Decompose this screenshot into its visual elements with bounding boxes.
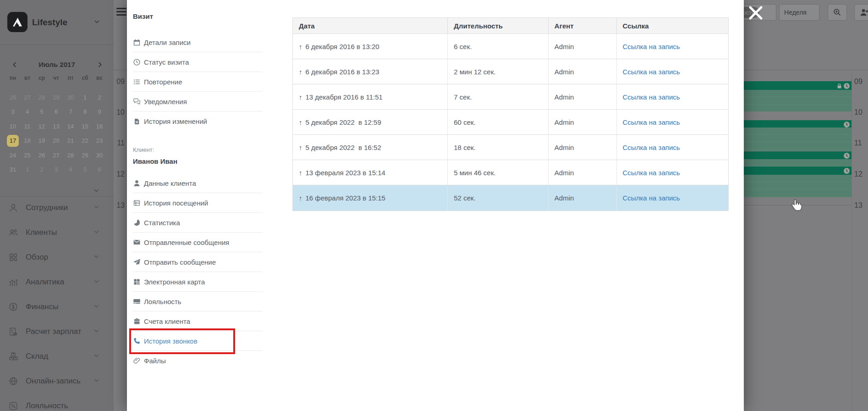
calendar-icon xyxy=(133,39,141,46)
nav-item-list[interactable]: Повторение xyxy=(133,72,263,92)
calendar-day[interactable]: 31 xyxy=(7,164,19,176)
calendar-day[interactable]: 5 xyxy=(79,164,91,176)
nav-item-card[interactable]: Лояльность xyxy=(133,292,263,311)
sidebar-item-finance[interactable]: Финансы xyxy=(0,299,114,315)
sidebar-item-users[interactable]: Клиенты xyxy=(0,224,114,241)
divider xyxy=(0,196,114,197)
call-record-link[interactable]: Ссылка на запись xyxy=(623,118,680,126)
app-logo[interactable] xyxy=(7,12,27,32)
next-month-button[interactable] xyxy=(95,60,104,69)
calendar-day[interactable]: 25 xyxy=(22,150,33,161)
calendar-day[interactable]: 2 xyxy=(36,164,48,176)
calendar-day[interactable]: 1 xyxy=(22,164,33,176)
warehouse-icon xyxy=(8,351,18,361)
nav-item-user-solid[interactable]: Данные клиента xyxy=(133,173,263,193)
calendar-day[interactable]: 7 xyxy=(65,106,77,118)
call-agent-cell: Admin xyxy=(548,160,616,185)
zoom-button[interactable] xyxy=(828,4,847,21)
nav-item-qrcode[interactable]: Электронная карта xyxy=(133,272,263,292)
call-record-link[interactable]: Ссылка на запись xyxy=(623,144,680,151)
calendar-day[interactable]: 13 xyxy=(50,121,62,133)
chevron-down-icon[interactable] xyxy=(94,18,100,27)
calendar-day[interactable]: 29 xyxy=(50,92,62,104)
week-view-button[interactable]: Неделя xyxy=(779,4,819,21)
calendar-day[interactable]: 6 xyxy=(50,106,62,118)
sidebar-item-percent[interactable]: Лояльность xyxy=(0,398,114,411)
calendar-day[interactable]: 18 xyxy=(22,135,33,147)
call-duration-cell: 6 сек. xyxy=(447,34,548,59)
calendar-day[interactable]: 3 xyxy=(50,164,62,176)
call-record-link[interactable]: Ссылка на запись xyxy=(623,194,680,202)
divider xyxy=(0,44,114,45)
calendar-day[interactable]: 11 xyxy=(22,121,33,133)
calendar-day-selected[interactable]: 17 xyxy=(7,135,19,147)
user-icon xyxy=(8,203,18,213)
calendar-day[interactable]: 28 xyxy=(36,92,48,104)
nav-item-table[interactable]: История посещений xyxy=(133,193,263,213)
calendar-day[interactable]: 27 xyxy=(22,92,33,104)
calendar-day[interactable]: 5 xyxy=(36,106,48,118)
calendar-day[interactable]: 4 xyxy=(22,106,33,118)
calendar-day[interactable]: 14 xyxy=(65,121,77,133)
time-label: 09 xyxy=(854,78,868,86)
add-client-button[interactable] xyxy=(854,4,868,21)
brand-name: Lifestyle xyxy=(32,17,67,28)
call-record-link[interactable]: Ссылка на запись xyxy=(623,43,680,50)
calendar-day[interactable]: 29 xyxy=(79,150,91,161)
calendar-day[interactable]: 9 xyxy=(93,106,105,118)
calendar-day[interactable]: 23 xyxy=(93,135,105,147)
hamburger-menu-icon[interactable] xyxy=(116,8,126,16)
calendar-day[interactable]: 27 xyxy=(50,150,62,161)
call-date-cell: ↑13 декабря 2016 в 11:51 xyxy=(293,84,447,109)
nav-item-pie[interactable]: Статистика xyxy=(133,213,263,233)
sidebar-menu-label: Финансы xyxy=(26,302,58,311)
call-date-cell: ↑16 февраля 2023 в 15:15 xyxy=(293,185,447,211)
sidebar-item-globe[interactable]: Онлайн-запись xyxy=(0,373,114,389)
call-duration-cell: 18 сек. xyxy=(447,135,548,160)
calendar-day[interactable]: 30 xyxy=(93,150,105,161)
calendar-day[interactable]: 21 xyxy=(65,135,77,147)
calendar-day[interactable]: 8 xyxy=(79,106,91,118)
calendar-day[interactable]: 19 xyxy=(36,135,48,147)
calendar-day[interactable]: 26 xyxy=(7,92,19,104)
nav-item-file[interactable]: История изменений xyxy=(133,111,263,131)
call-date-cell: ↑6 декабря 2016 в 13:23 xyxy=(293,59,447,84)
call-record-link[interactable]: Ссылка на запись xyxy=(623,68,680,76)
calendar-day[interactable]: 4 xyxy=(65,164,77,176)
calendar-day[interactable]: 2 xyxy=(93,92,105,104)
calendar-day[interactable]: 3 xyxy=(7,106,19,118)
sidebar-item-warehouse[interactable]: Склад xyxy=(0,348,114,365)
call-agent-cell: Admin xyxy=(548,135,616,160)
visit-section-title: Визит xyxy=(133,12,153,20)
nav-item-comments[interactable]: Уведомления xyxy=(133,92,263,111)
nav-item-clock[interactable]: Статус визита xyxy=(133,52,263,72)
calendar-day[interactable]: 30 xyxy=(65,92,77,104)
calendar-day[interactable]: 12 xyxy=(36,121,48,133)
nav-item-calendar[interactable]: Детали записи xyxy=(133,33,263,52)
calendar-day[interactable]: 1 xyxy=(79,92,91,104)
nav-item-envelope[interactable]: Отправленные сообщения xyxy=(133,233,263,252)
nav-item-send[interactable]: Отправить сообщение xyxy=(133,252,263,272)
time-label: 10 xyxy=(854,108,868,117)
calendar-day[interactable]: 16 xyxy=(93,121,105,133)
visit-nav-list: Детали записи Статус визита Повторение У… xyxy=(133,33,263,131)
call-record-link[interactable]: Ссылка на запись xyxy=(623,93,680,101)
call-record-link[interactable]: Ссылка на запись xyxy=(623,169,680,177)
calendar-day[interactable]: 22 xyxy=(79,135,91,147)
sidebar-item-analytics[interactable]: Аналитика xyxy=(0,274,114,290)
calendar-day[interactable]: 26 xyxy=(36,150,48,161)
sidebar-menu-label: Обзор xyxy=(26,253,48,262)
calendar-day[interactable]: 6 xyxy=(93,164,105,176)
calendar-day[interactable]: 20 xyxy=(50,135,62,147)
calendar-day[interactable]: 10 xyxy=(7,121,19,133)
collapse-calendar-button[interactable] xyxy=(93,187,99,195)
sidebar-item-payroll[interactable]: Расчет зарплат xyxy=(0,323,114,340)
close-button[interactable] xyxy=(747,4,764,22)
sidebar-item-grid[interactable]: Обзор xyxy=(0,249,114,266)
calendar-day[interactable]: 28 xyxy=(65,150,77,161)
calendar-day[interactable]: 15 xyxy=(79,121,91,133)
calendar-day[interactable]: 24 xyxy=(7,150,19,161)
weekday-label: ср xyxy=(36,75,48,81)
sidebar-item-user[interactable]: Сотрудники xyxy=(0,200,114,216)
nav-item-label: Отправить сообщение xyxy=(144,258,216,266)
